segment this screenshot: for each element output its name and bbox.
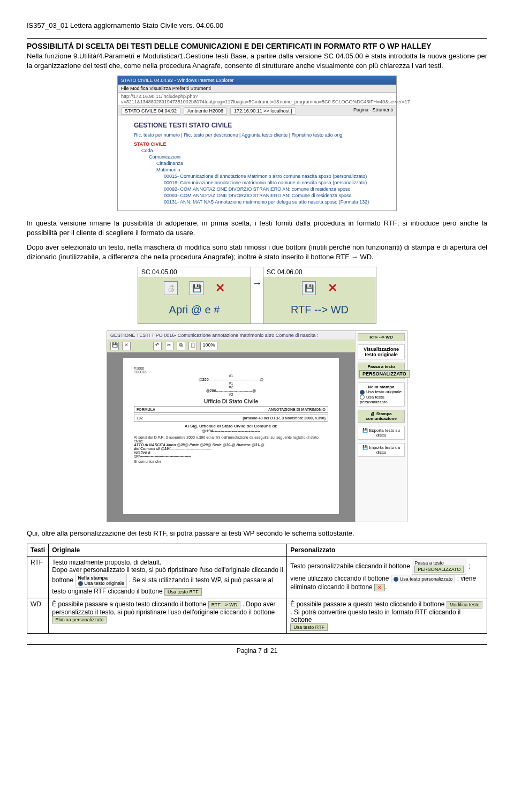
doc-line: #1000 [134,366,328,370]
doc-body: relativo a [134,450,328,454]
stampa-panel: Nella stampa Usa testo originale Usa tes… [358,382,405,407]
doc-dest: Al Sig. Ufficiale di Stato Civile del Co… [134,424,328,428]
doc-body: Ai sensi del D.P.R. 3 novembre 2000 n.39… [134,435,328,443]
row-wd-orig: È possibile passare a questo testo clicc… [49,598,287,634]
doc-num: 132 [137,416,143,420]
screenshot-editor: GESTIONE TESTI TIPO 0016- Comunicazione … [107,330,407,522]
doc-formula-text: ANNOTAZIONE DI MATRIMONIO [268,408,326,411]
tree-leaf: 00092- COM.ANNOTAZIONE DIVORZIO STRANIER… [134,186,389,192]
doc-body: del Comune di @194----------------------… [134,447,328,450]
editor-title: GESTIONE TESTI TIPO 0016- Comunicazione … [107,331,355,340]
tb-head-right: SC 04.06.00 [263,267,376,277]
row-rtf-orig: Testo inizialmente proposto, di default.… [49,556,287,598]
doc-heading: Ufficio Di Stato Civile [134,399,328,404]
address-bar: http://172.16.90.11/includephp.php?v=321… [118,93,396,106]
doc-dest2: @194--------------------------------- [134,428,328,433]
para-3: Dopo aver selezionato un testo, nella ma… [27,243,487,261]
usa-testo-rtf-button: Usa testo RTF [164,588,202,596]
intro-paragraph: Nella funzione 9.Utilità/4.Parametri e M… [27,51,487,70]
elimina-pers-button: Elimina personalizzato [52,616,107,623]
delete-icon: ✕ [215,281,225,295]
th-3: Personalizzato [287,544,487,556]
print-icon: 🖨 [164,281,178,295]
tree-leaf: 00131- ANN. MAT NAS Annotazione matrimon… [134,199,389,205]
nella-stampa-inline: Nella stampa Usa testo originale [75,574,127,588]
doc-line: #1 [134,374,328,378]
para-4: Qui, oltre alla personalizzazione dei te… [27,529,487,538]
delete-inline-button: ✕ [374,584,385,591]
passa-panel: Passa a testo PERSONALIZZATO [358,363,405,379]
tab-1: STATO CIVILE 04.04.92 [121,107,180,115]
section-title: POSSIBILITÀ DI SCELTA DEI TESTI DELLE CO… [27,42,487,50]
window-title: STATO CIVILE 04.04.92 - Windows Internet… [118,76,396,85]
undo-icon: ↶ [153,342,162,350]
toolbar-links: Ric. testo per numero | Ric. testo per d… [134,132,389,138]
save-icon: 💾 [302,281,316,295]
usa-testo-rtf-button: Usa testo RTF [290,623,328,631]
passa-testo-inline: Passa a testo PERSONALIZZATO [412,559,466,575]
screenshot-tree: STATO CIVILE 04.04.92 - Windows Internet… [117,76,397,211]
tb-label-right: RTF --> WD [263,299,376,324]
para-2: In questa versione rimane la possibilità… [27,219,487,237]
row-wd-label: WD [27,598,49,634]
summary-table: Testi Originale Personalizzato RTF Testo… [27,544,487,634]
tb-head-left: SC 04.05.00 [138,267,251,277]
th-1: Testi [27,544,49,556]
doc-line: #2 [134,393,328,396]
copy-icon: ⧉ [177,342,185,350]
tb-label-left: Apri @ e # [138,299,251,324]
tree-root: STATO CIVILE [134,141,389,147]
doc-formula-label: FORMULA [137,408,155,411]
doc-header: IS357_03_01 Lettera aggiornamento Stato … [27,21,487,29]
tab-right-tools: Pagina · Strumenti [353,107,393,115]
tree-node: Comunicazioni [134,154,389,160]
doc-body: @8--------------------------------------… [134,454,328,458]
doc-line: @205------------------------------------… [134,378,328,381]
modifica-testo-button: Modifica testo [447,601,483,608]
tree-leaf: 00093- COM.ANNOTAZIONE DIVORZIO STRANIER… [134,192,389,199]
tab-3: 172.16.90.11 >> localhost | [230,107,296,115]
doc-body: Si comunica che [134,460,328,463]
export-panel: 💾 Esporta testo su disco [358,426,405,440]
rtf-wd-button: RTF --> WD [358,333,405,341]
doc-num-text: (articolo 49 del D.P.R. 3 Novembre 2000,… [243,416,326,420]
th-2: Originale [49,544,287,556]
page-footer: Pagina 7 di 21 [27,644,487,655]
import-panel: 💾 Importa testo da disco [358,443,405,457]
delete-icon: ✕ [328,281,337,295]
doc-line: #1 [134,381,328,385]
browser-menu: File Modifica Visualizza Preferiti Strum… [118,85,396,93]
paste-icon: 📋 [188,342,197,350]
tree-leaf: 00016- Comunicazione annotazione matrimo… [134,179,389,186]
row-rtf-pers: Testo personalizzabile cliccando il bott… [287,556,487,598]
browser-tabs: STATO CIVILE 04.04.92 Ambiente H2006 172… [118,106,396,116]
row-wd-pers: È possibile passare a questo testo clicc… [287,598,487,634]
zoom-value: 100% [200,342,217,350]
save-icon: 💾 [110,342,119,350]
tab-2: Ambiente H2006 [184,107,227,115]
delete-icon: ✕ [122,342,131,350]
tree-node: Coda [134,147,389,154]
arrow-icon: → [251,267,263,324]
doc-line: #2 [134,385,328,389]
usa-pers-inline: Usa testo personalizzato [391,575,456,583]
rtf-wd-inline-button: RTF --> WD [208,601,241,608]
app-heading: GESTIONE TESTI STATO CIVILE [134,122,389,129]
row-rtf-label: RTF [27,556,49,598]
save-icon: 💾 [190,281,203,295]
tree-leaf: 00015- Comunicazione di annotazione Matr… [134,173,389,179]
cut-icon: ✂ [165,342,173,350]
tree-node: Matrimonio [134,167,389,173]
doc-line: T00016 [134,370,328,374]
doc-body: ATTO di NASCITA Anno @28@ Parte @29@ Ser… [134,443,328,447]
toolbar-compare: SC 04.05.00 🖨 💾 ✕ Apri @ e # → SC 04.06.… [138,267,376,324]
doc-line: @206-----------------------------@ [134,389,328,393]
tree-node: Cittadinanza [134,160,389,167]
print-button: 🖨 Stampa comunicazione [358,410,405,423]
vis-panel: Visualizzazione testo originale [358,344,405,359]
